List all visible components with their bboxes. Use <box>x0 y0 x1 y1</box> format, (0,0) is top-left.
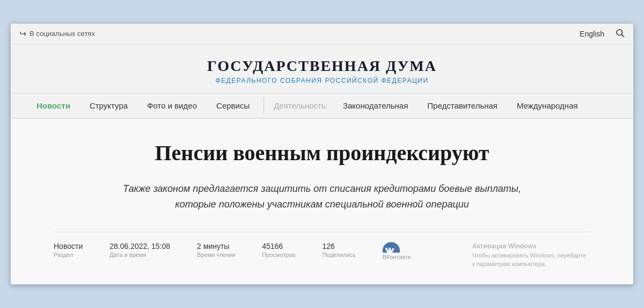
nav-item-legislative[interactable]: Законодательная <box>333 94 418 118</box>
meta-views-value: 45166 <box>262 242 295 250</box>
share-link[interactable]: ↪ В социальных сетях <box>19 28 95 39</box>
windows-activation-text: Чтобы активировать Windows, перейдите к … <box>472 252 586 267</box>
nav-item-structure[interactable]: Структура <box>80 94 137 118</box>
site-header: ГОСУДАРСТВЕННАЯ ДУМА ФЕДЕРАЛЬНОГО СОБРАН… <box>11 45 633 93</box>
meta-views-label: Просмотров <box>262 252 295 258</box>
windows-activation-notice: Активация Windows Чтобы активировать Win… <box>472 242 590 269</box>
meta-datetime: 28.06.2022, 15:08 Дата и время <box>109 242 170 258</box>
vk-share-button[interactable]: ВКонтакте <box>383 242 411 260</box>
site-title-main: ГОСУДАРСТВЕННАЯ ДУМА <box>21 58 623 75</box>
meta-views: 45166 Просмотров <box>262 242 295 258</box>
article-subtitle: Также законом предлагается защитить от с… <box>102 181 542 212</box>
site-title-sub: ФЕДЕРАЛЬНОГО СОБРАНИЯ РОССИЙСКОЙ ФЕДЕРАЦ… <box>21 77 623 84</box>
nav-divider <box>264 97 264 113</box>
meta-datetime-label: Дата и время <box>109 252 170 258</box>
meta-section-value: Новости <box>54 242 83 250</box>
meta-read-time-value: 2 минуты <box>197 242 235 250</box>
meta-section-label: Раздел <box>54 252 83 258</box>
nav-activity-label: Деятельность: <box>268 94 333 118</box>
share-label: В социальных сетях <box>30 30 95 38</box>
meta-datetime-value: 28.06.2022, 15:08 <box>109 242 170 250</box>
language-switcher[interactable]: English <box>580 30 604 38</box>
nav-item-photo[interactable]: Фото и видео <box>137 94 207 118</box>
browser-window: ↪ В социальных сетях English ГОСУДАРСТВЕ… <box>11 24 633 284</box>
windows-activation-title: Активация Windows <box>472 242 590 251</box>
navigation: Новости Структура Фото и видео Сервисы Д… <box>11 93 633 119</box>
meta-read-time: 2 минуты Время чтения <box>197 242 235 258</box>
meta-section: Новости Раздел <box>54 242 83 258</box>
article-title: Пенсии военным проиндексируют <box>54 140 590 166</box>
nav-item-services[interactable]: Сервисы <box>207 94 259 118</box>
svg-line-1 <box>621 34 624 37</box>
top-bar: ↪ В социальных сетях English <box>11 24 633 45</box>
vk-logo-icon <box>383 242 400 253</box>
meta-shares-value: 126 <box>322 242 355 250</box>
meta-read-time-label: Время чтения <box>197 252 235 258</box>
main-content: Пенсии военным проиндексируют Также зако… <box>11 119 633 284</box>
vk-label: ВКонтакте <box>383 254 411 260</box>
meta-shares-label: Поделились <box>322 252 355 258</box>
search-icon[interactable] <box>615 28 625 40</box>
share-icon: ↪ <box>19 28 26 39</box>
nav-item-international[interactable]: Международная <box>507 94 588 118</box>
nav-item-representative[interactable]: Представительная <box>418 94 507 118</box>
meta-shares: 126 Поделились <box>322 242 355 258</box>
nav-item-news[interactable]: Новости <box>27 94 80 118</box>
article-meta: Новости Раздел 28.06.2022, 15:08 Дата и … <box>54 232 590 269</box>
